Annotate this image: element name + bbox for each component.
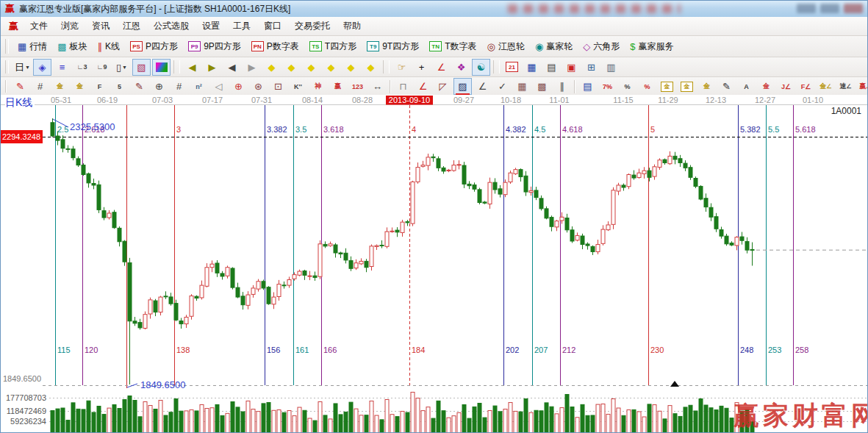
wave-tool-icon[interactable]: A [737,78,756,95]
step-chart-3-icon[interactable]: ∟3 [73,59,91,76]
hexagon-button[interactable]: ◇六角形 [578,39,625,54]
info-panel-icon[interactable]: ≡ [53,59,71,76]
p9-square-button[interactable]: P99P四方形 [183,39,246,54]
menu-item[interactable]: 资讯 [85,18,116,35]
percent-icon[interactable]: % [618,78,636,95]
low-annotation[interactable]: 1849.6500 [140,379,185,390]
p-number-button[interactable]: PNP数字表 [246,39,304,54]
menu-item[interactable]: 设置 [196,18,226,35]
f-angle-icon[interactable]: F∠ [797,78,815,95]
width-measure-icon[interactable]: ↔ [368,78,387,95]
t9-square-button[interactable]: T99T四方形 [362,39,424,54]
target-star-icon[interactable]: ⊛ [249,78,268,95]
quotes-button[interactable]: ▦行情 [12,39,52,54]
step-chart-9-icon[interactable]: ∟9 [93,59,111,76]
box-frame-icon[interactable]: ⊓ [394,78,412,95]
candle-style-icon[interactable]: ▯▼ [112,59,131,76]
gold-grid-2-icon[interactable]: 金 [71,78,89,95]
menu-item[interactable]: 窗口 [257,18,288,35]
menu-item[interactable]: 交易委托 [288,18,337,35]
menu-item[interactable]: 工具 [226,18,257,35]
t-number-button[interactable]: TNT数字表 [424,39,481,54]
menu-item[interactable]: 浏览 [54,18,85,35]
ying-angle-icon[interactable]: 赢∠ [856,78,868,95]
last-page-icon[interactable]: ▶ [203,59,221,76]
shrink-all-diamond-icon[interactable]: ◆ [362,59,380,76]
brush-grid-icon[interactable]: ✎ [130,78,148,95]
grid-box-icon[interactable]: ▦ [513,78,531,95]
fan-box-icon[interactable]: ◸ [434,78,452,95]
t-square-button[interactable]: TST四方形 [304,39,362,54]
calculator-icon[interactable]: ▦ [523,59,541,76]
maximize-button[interactable] [820,4,839,13]
gold-angle-icon[interactable]: 金∠ [817,78,835,95]
percent-line-icon[interactable]: % [638,78,656,95]
menu-item[interactable]: 公式选股 [147,18,196,35]
kline-chart[interactable]: 05-3106-1907-0307-1707-3108-1408-282013-… [1,95,868,433]
ying-grid-icon[interactable]: 赢 [329,78,347,95]
gold-grid-icon[interactable]: 金 [51,78,69,95]
region-stat-icon[interactable]: ☯ [472,59,490,76]
shrink-h-diamond-icon[interactable]: ◆ [322,59,340,76]
high-annotation[interactable]: 2325.5300 [70,121,115,132]
circle-grid-icon[interactable]: ⊕ [150,78,168,95]
n2-grid-icon[interactable]: n² [190,78,208,95]
angle-ruler-icon[interactable]: ◁ [209,78,228,95]
target-cross-icon[interactable]: ⊕ [229,78,248,95]
five-grid-icon[interactable]: 5 [110,78,129,95]
j-angle-icon[interactable]: J∠ [777,78,795,95]
f-grid-icon[interactable]: F [90,78,109,95]
color-kline-icon[interactable] [152,59,171,76]
parallel-lines-icon[interactable]: ∥ [553,78,571,95]
hash-grid-icon[interactable]: # [170,78,188,95]
kline-button[interactable]: ∥K线 [93,39,126,54]
trend-angle-icon[interactable]: ∠ [473,78,492,95]
fan-lines-icon[interactable]: ∠ [414,78,432,95]
save-icon[interactable]: ▣ [562,59,581,76]
close-button[interactable] [844,4,863,13]
gold-underline-icon[interactable]: 金 [697,78,716,95]
winner-wheel-button[interactable]: ◉赢家轮 [530,39,578,54]
grid-box-arrow-icon[interactable]: ▩ [533,78,551,95]
grid-lines-icon[interactable]: # [31,78,49,95]
shen-grid-icon[interactable]: 神 [309,78,327,95]
angle-measure-icon[interactable]: ∠ [432,59,451,76]
percent-retrace-icon[interactable]: 7% [598,78,617,95]
expand-h-diamond-icon[interactable]: ◆ [302,59,320,76]
speed-angle-icon[interactable]: 速∠ [836,78,855,95]
gann-list-icon[interactable]: ▤ [578,78,597,95]
network-icon[interactable]: ⊞ [582,59,600,76]
crosshair-icon[interactable]: + [412,59,431,76]
diag-box-icon[interactable]: ▨ [453,78,472,95]
brush-bars-icon[interactable]: ✎ [717,78,736,95]
minimize-button[interactable] [797,4,816,13]
expand-all-diamond-icon[interactable]: ◆ [342,59,360,76]
number-grid-icon[interactable]: 123 [348,78,367,95]
gold-line-icon[interactable]: 金 [757,78,775,95]
menu-item[interactable]: 帮助 [337,18,367,35]
drag-hand-icon[interactable]: ☞ [392,59,411,76]
compress-kline-icon[interactable]: ▧ [132,59,151,76]
gann-wheel-button[interactable]: ◎江恩轮 [482,39,530,54]
zoom-region-icon[interactable]: ◈ [33,59,51,76]
zoom-out-diamond-icon[interactable]: ◆ [262,59,281,76]
calendar-icon[interactable]: 21 [503,59,521,76]
zoom-in-diamond-icon[interactable]: ◆ [282,59,301,76]
k-quote-icon[interactable]: K'' [289,78,307,95]
check-line-icon[interactable]: ✓ [493,78,512,95]
gann-shape-icon[interactable]: ❖ [452,59,470,76]
menu-item[interactable]: 江恩 [116,18,147,35]
notes-icon[interactable]: ▤ [542,59,561,76]
target-box-icon[interactable]: ⊡ [269,78,287,95]
p-square-button[interactable]: PSP四方形 [125,39,183,54]
gold-section-2-icon[interactable]: 金 [678,78,696,95]
winner-service-button[interactable]: $赢家服务 [625,39,678,54]
period-day-icon[interactable]: 日▼ [13,59,32,76]
first-page-icon[interactable]: ◀ [183,59,201,76]
menu-item[interactable]: 文件 [24,18,54,35]
prev-page-icon[interactable]: ◀ [223,59,241,76]
next-page-icon[interactable]: ▶ [243,59,261,76]
brush-icon[interactable]: ✎ [11,78,29,95]
gold-section-icon[interactable]: 金 [658,78,676,95]
sectors-button[interactable]: ▩板块 [52,39,92,54]
